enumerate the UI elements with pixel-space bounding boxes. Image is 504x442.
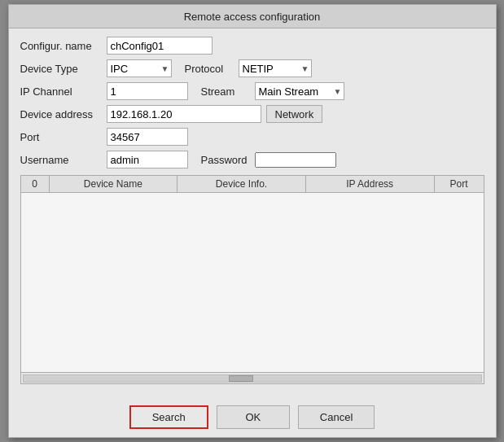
config-name-row: Configur. name xyxy=(20,37,484,55)
config-name-input[interactable] xyxy=(107,37,213,55)
password-input[interactable] xyxy=(255,152,336,168)
dialog-content: Configur. name Device Type IPC DVR NVR ▼… xyxy=(9,28,496,399)
table-header: 0 Device Name Device Info. IP Address Po… xyxy=(21,176,484,193)
password-label: Password xyxy=(201,154,250,166)
device-address-input[interactable] xyxy=(107,105,261,123)
ip-channel-row: IP Channel Stream Main Stream Sub Stream… xyxy=(20,82,484,100)
device-table: 0 Device Name Device Info. IP Address Po… xyxy=(20,175,484,384)
stream-select[interactable]: Main Stream Sub Stream xyxy=(255,82,344,100)
device-address-row: Device address Network xyxy=(20,105,484,123)
device-address-label: Device address xyxy=(20,108,102,120)
cancel-button[interactable]: Cancel xyxy=(298,405,375,429)
username-row: Username Password xyxy=(20,151,484,168)
scrollbar-area[interactable] xyxy=(21,372,484,383)
dialog-title: Remote access configuration xyxy=(9,5,496,28)
ip-channel-label: IP Channel xyxy=(20,85,102,98)
col-device-name: Device Name xyxy=(50,176,178,192)
ip-channel-input[interactable] xyxy=(107,82,188,100)
protocol-label: Protocol xyxy=(185,63,234,75)
username-label: Username xyxy=(20,154,102,166)
port-row: Port xyxy=(20,128,484,146)
footer-buttons: Search OK Cancel xyxy=(9,399,496,437)
ok-button[interactable]: OK xyxy=(217,405,290,429)
protocol-select-wrapper: NETIP ONVIF ▼ xyxy=(239,59,312,77)
config-name-label: Configur. name xyxy=(20,40,102,52)
col-ip-address: IP Address xyxy=(306,176,435,192)
device-type-row: Device Type IPC DVR NVR ▼ Protocol NETIP… xyxy=(20,59,484,77)
port-input[interactable] xyxy=(107,128,188,146)
col-index: 0 xyxy=(21,176,50,192)
scrollbar-track[interactable] xyxy=(23,374,482,383)
table-body xyxy=(21,193,484,372)
network-button[interactable]: Network xyxy=(266,105,323,123)
col-port: Port xyxy=(435,176,484,192)
port-label: Port xyxy=(20,131,102,143)
username-input[interactable] xyxy=(107,151,188,168)
col-device-info: Device Info. xyxy=(177,176,306,192)
device-type-label: Device Type xyxy=(20,63,102,75)
device-type-select[interactable]: IPC DVR NVR xyxy=(107,59,172,77)
dialog-title-text: Remote access configuration xyxy=(184,11,321,23)
stream-label: Stream xyxy=(201,85,250,98)
device-type-select-wrapper: IPC DVR NVR ▼ xyxy=(107,59,172,77)
search-button[interactable]: Search xyxy=(129,405,208,429)
protocol-select[interactable]: NETIP ONVIF xyxy=(239,59,312,77)
remote-access-dialog: Remote access configuration Configur. na… xyxy=(8,4,497,438)
scrollbar-thumb[interactable] xyxy=(229,375,253,382)
stream-select-wrapper: Main Stream Sub Stream ▼ xyxy=(255,82,344,100)
